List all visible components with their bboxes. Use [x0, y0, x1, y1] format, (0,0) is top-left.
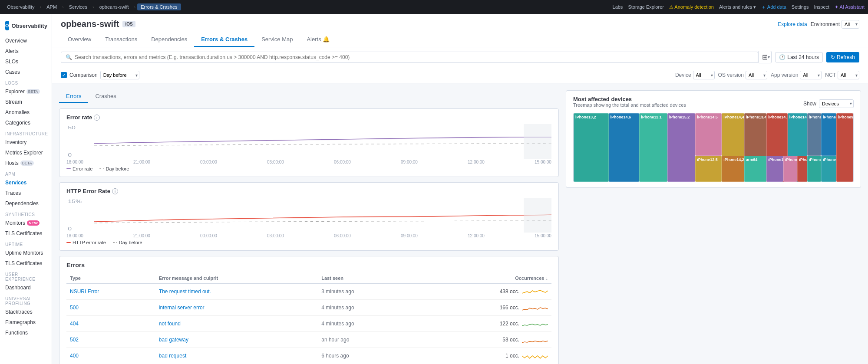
- ai-assistant-link[interactable]: ✦ AI Assistant: [835, 4, 865, 10]
- sidebar-item-explorer[interactable]: Explorer BETA: [0, 86, 52, 97]
- treemap-cell[interactable]: iPhone10,6: [807, 156, 821, 182]
- error-type-link[interactable]: NSURLError: [70, 289, 99, 295]
- treemap-show-select-wrapper: Devices: [819, 99, 854, 108]
- breadcrumb-opbeans-swift[interactable]: opbeans-swift: [96, 3, 132, 10]
- cell-occurrences: 122 occ.: [416, 316, 551, 332]
- sidebar-item-dashboard[interactable]: Dashboard: [0, 282, 52, 293]
- treemap-cell[interactable]: iPhone14,7: [807, 113, 821, 156]
- nct-select[interactable]: All: [838, 71, 859, 79]
- breadcrumb-errors-crashes[interactable]: Errors & Crashes: [137, 3, 181, 10]
- treemap-cell[interactable]: iPhone13,1: [783, 156, 797, 182]
- treemap-cell[interactable]: iPhone9,3: [797, 156, 807, 182]
- treemap-cell[interactable]: iPhone11,2: [766, 156, 783, 182]
- treemap-cell[interactable]: iPhone14,5: [695, 113, 722, 156]
- treemap-cell[interactable]: iPhone14,2: [722, 156, 744, 182]
- cell-occurrences: 1 occ.: [416, 348, 551, 364]
- sidebar-item-services[interactable]: Services: [0, 177, 52, 188]
- sidebar-item-categories[interactable]: Categories: [0, 118, 52, 128]
- treemap-cell[interactable]: arm64: [744, 156, 767, 182]
- treemap-show-label: Show: [803, 101, 816, 107]
- tab-overview[interactable]: Overview: [61, 33, 98, 47]
- env-select[interactable]: All: [842, 20, 859, 29]
- sub-tab-errors[interactable]: Errors: [59, 90, 88, 103]
- sidebar-item-metrics-explorer[interactable]: Metrics Explorer: [0, 148, 52, 158]
- error-rate-info-icon[interactable]: i: [94, 115, 100, 121]
- search-bar[interactable]: 🔍: [61, 52, 758, 63]
- comparison-checkbox[interactable]: ✓: [61, 72, 67, 78]
- tab-dependencies[interactable]: Dependencies: [144, 33, 194, 47]
- treemap-cell[interactable]: iPhone9,3: [836, 113, 853, 182]
- tab-service-map[interactable]: Service Map: [254, 33, 300, 47]
- sidebar-item-traces[interactable]: Traces: [0, 188, 52, 198]
- search-input[interactable]: [75, 54, 753, 60]
- error-type-link[interactable]: 400: [70, 353, 79, 359]
- legend-http-error-rate-label: HTTP error rate: [73, 240, 106, 245]
- error-type-link[interactable]: 500: [70, 305, 79, 311]
- treemap-cell[interactable]: iPhone14,8: [821, 156, 836, 182]
- sidebar-item-uptime-monitors[interactable]: Uptime Monitors: [0, 248, 52, 258]
- error-message-link[interactable]: bad gateway: [159, 337, 188, 343]
- app-version-select[interactable]: All: [800, 71, 822, 79]
- settings-link[interactable]: Settings: [792, 4, 809, 10]
- cell-type: 500: [66, 300, 155, 316]
- tab-transactions[interactable]: Transactions: [98, 33, 144, 47]
- main-content: opbeans-swift iOS Explore data Environme…: [52, 14, 868, 364]
- refresh-button[interactable]: ↻ Refresh: [826, 52, 859, 62]
- legend-error-rate: Error rate: [66, 166, 92, 171]
- error-message-link[interactable]: bad request: [159, 353, 186, 359]
- top-navigation: Observability › APM › Services › opbeans…: [0, 0, 868, 14]
- sidebar-item-slos[interactable]: SLOs: [0, 56, 52, 67]
- sidebar-item-tls-uptime[interactable]: TLS Certificates: [0, 258, 52, 269]
- sidebar-item-overview[interactable]: Overview: [0, 36, 52, 46]
- treemap-show-select[interactable]: Devices: [819, 99, 854, 108]
- time-picker[interactable]: 🕐 Last 24 hours: [775, 52, 823, 62]
- sidebar-item-tls-synthetics[interactable]: TLS Certificates: [0, 228, 52, 239]
- sub-tab-crashes[interactable]: Crashes: [88, 90, 123, 103]
- treemap-title: Most affected devices: [573, 96, 686, 102]
- sidebar-item-cases[interactable]: Cases: [0, 67, 52, 77]
- sidebar-item-stacktraces[interactable]: Stacktraces: [0, 307, 52, 317]
- sidebar-item-anomalies[interactable]: Anomalies: [0, 107, 52, 118]
- sidebar-item-stream[interactable]: Stream: [0, 97, 52, 107]
- treemap-cell[interactable]: iPhone12,1: [639, 113, 667, 182]
- error-message-link[interactable]: internal server error: [159, 305, 205, 311]
- sidebar-item-hosts[interactable]: Hosts BETA: [0, 158, 52, 168]
- breadcrumb-services[interactable]: Services: [66, 3, 91, 10]
- os-version-select[interactable]: All: [746, 71, 767, 79]
- error-message-link[interactable]: The request timed out.: [159, 289, 211, 295]
- device-filter-group: Device All: [675, 71, 715, 79]
- inspect-link[interactable]: Inspect: [814, 4, 829, 10]
- treemap-cell[interactable]: iPhone12,5: [695, 156, 722, 182]
- breadcrumb-apm[interactable]: APM: [43, 3, 60, 10]
- device-select[interactable]: All: [693, 71, 715, 79]
- explore-data-button[interactable]: Explore data: [778, 21, 807, 27]
- treemap-cell[interactable]: iPhone13,2: [574, 113, 609, 182]
- toolbar: 🔍 ⊞ 🕐 Last 24 hours ↻ Refresh: [52, 47, 868, 67]
- comparison-select[interactable]: Day before: [100, 71, 139, 79]
- sidebar-section-infrastructure: Infrastructure: [0, 128, 52, 137]
- sidebar-item-inventory[interactable]: Inventory: [0, 137, 52, 148]
- page-header: opbeans-swift iOS Explore data Environme…: [52, 14, 868, 47]
- treemap-cell[interactable]: iPhone15,2: [667, 113, 695, 182]
- treemap-cell[interactable]: iPhone9,1: [821, 113, 836, 156]
- sidebar-item-dependencies[interactable]: Dependencies: [0, 198, 52, 209]
- anomaly-detection-link[interactable]: ⚠ Anomaly detection: [669, 4, 714, 10]
- main-layout: O Observability Overview Alerts SLOs Cas…: [0, 14, 868, 364]
- storage-explorer-link[interactable]: Storage Explorer: [628, 4, 664, 10]
- tab-errors-crashes[interactable]: Errors & Crashes: [194, 33, 254, 47]
- breadcrumb-observability[interactable]: Observability: [3, 3, 38, 10]
- treemap-cell[interactable]: iPhone14,6: [609, 113, 640, 182]
- tab-alerts[interactable]: Alerts 🔔: [300, 33, 337, 47]
- sidebar-item-monitors[interactable]: Monitors NEW: [0, 218, 52, 228]
- sidebar-item-alerts[interactable]: Alerts: [0, 46, 52, 56]
- sidebar-item-flamegraphs[interactable]: Flamegraphs: [0, 317, 52, 328]
- error-message-link[interactable]: not found: [159, 321, 181, 327]
- table-row: 404 not found 4 minutes ago 122 occ.: [66, 316, 551, 332]
- sidebar-item-functions[interactable]: Functions: [0, 328, 52, 338]
- error-type-link[interactable]: 404: [70, 321, 79, 327]
- alerts-rules-link[interactable]: Alerts and rules ▾: [719, 4, 756, 10]
- error-type-link[interactable]: 502: [70, 337, 79, 343]
- labs-link[interactable]: Labs: [613, 4, 623, 10]
- add-data-link[interactable]: ＋ Add data: [761, 4, 786, 10]
- http-error-rate-info-icon[interactable]: i: [112, 188, 118, 194]
